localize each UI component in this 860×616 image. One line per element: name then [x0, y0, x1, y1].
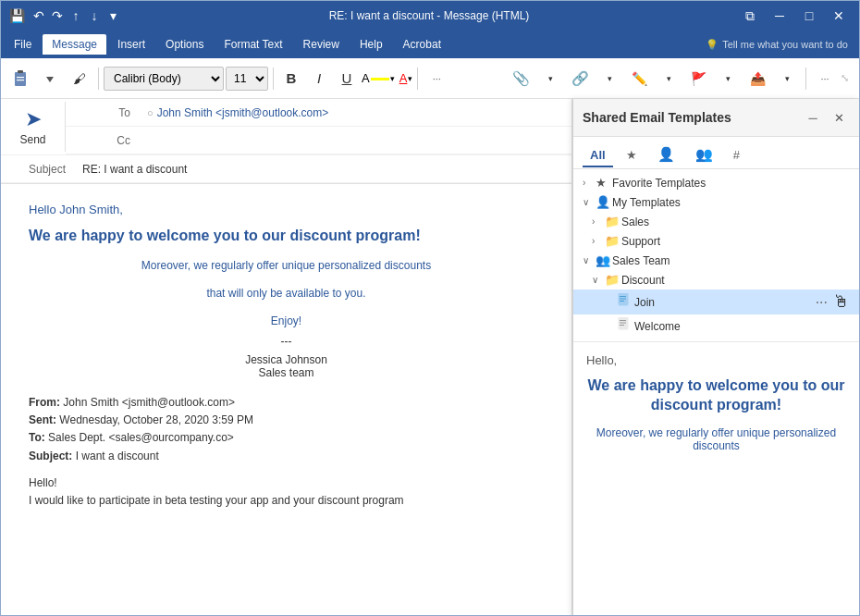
menu-acrobat[interactable]: Acrobat — [394, 34, 450, 55]
down-icon[interactable]: ↓ — [86, 7, 103, 24]
undo-icon[interactable]: ↶ — [31, 7, 47, 24]
folder-discount-icon: 📁 — [605, 273, 621, 287]
restore-button[interactable]: ⧉ — [737, 3, 763, 29]
subject-label: Subject — [1, 163, 75, 176]
quoted-to-label: To: — [29, 431, 45, 444]
menu-message[interactable]: Message — [43, 34, 106, 55]
compose-btn[interactable]: ✏️ — [625, 65, 653, 92]
lightbulb-icon: 💡 — [706, 39, 719, 51]
quoted-sent-value: Wednesday, October 28, 2020 3:59 PM — [59, 413, 253, 426]
tree-join[interactable]: Join ··· 🖱 — [573, 290, 859, 314]
chevron-discount: ∨ — [592, 275, 605, 285]
tab-personal[interactable]: 👤 — [650, 142, 682, 168]
tab-tags[interactable]: # — [726, 144, 747, 167]
font-size-select[interactable]: 11 — [226, 67, 268, 91]
highlight-color[interactable]: A ▾ — [362, 71, 395, 85]
svg-rect-0 — [15, 72, 26, 86]
menu-insert[interactable]: Insert — [108, 34, 154, 55]
tab-shared[interactable]: 👥 — [688, 142, 720, 168]
more-btn2[interactable]: ··· — [811, 65, 839, 92]
tree-sales[interactable]: › 📁 Sales — [573, 212, 859, 231]
send-dropdown-btn[interactable]: ▾ — [773, 65, 801, 92]
send-row: ➤ Send To ○ John Smith <jsmith@outlook.c… — [1, 99, 571, 155]
tree-support[interactable]: › 📁 Support — [573, 231, 859, 251]
tree-my-templates[interactable]: ∨ 👤 My Templates — [573, 192, 859, 212]
quoted-body-2: I would like to participate in beta test… — [29, 492, 544, 510]
menu-help[interactable]: Help — [350, 34, 392, 55]
sep2 — [273, 68, 274, 90]
link-dropdown-btn[interactable]: ▾ — [596, 65, 623, 92]
attach-dropdown-btn[interactable]: ▾ — [536, 65, 564, 92]
join-label: Join — [634, 296, 812, 309]
maximize-button[interactable]: □ — [796, 3, 822, 29]
svg-rect-8 — [620, 301, 624, 302]
folder-support-icon: 📁 — [605, 234, 621, 248]
italic-button[interactable]: I — [306, 66, 332, 92]
email-main: ➤ Send To ○ John Smith <jsmith@outlook.c… — [1, 99, 572, 616]
my-templates-label: My Templates — [612, 196, 850, 209]
compose-dropdown-btn[interactable]: ▾ — [655, 65, 682, 92]
save-icon[interactable]: 💾 — [8, 7, 25, 24]
redo-icon[interactable]: ↷ — [49, 7, 66, 24]
quoted-from-value: John Smith <jsmith@outlook.com> — [63, 396, 235, 409]
cc-value[interactable] — [140, 137, 571, 144]
tell-me-search[interactable]: 💡 Tell me what you want to do — [698, 39, 855, 51]
customize-icon[interactable]: ▾ — [104, 7, 121, 24]
sep1 — [98, 68, 99, 90]
font-family-select[interactable]: Calibri (Body) — [104, 67, 224, 91]
highlight-icon: A — [362, 71, 370, 85]
svg-rect-12 — [620, 325, 624, 326]
minimize-button[interactable]: ─ — [767, 3, 792, 29]
underline-button[interactable]: U — [334, 66, 360, 92]
menu-format-text[interactable]: Format Text — [215, 34, 291, 55]
svg-rect-3 — [17, 80, 24, 80]
quoted-body-1: Hello! — [29, 474, 544, 492]
menu-options[interactable]: Options — [156, 34, 213, 55]
tree-favorites[interactable]: › ★ Favorite Templates — [573, 173, 859, 192]
format-painter-btn[interactable]: 🖌 — [66, 65, 93, 92]
tree-welcome[interactable]: Welcome — [573, 314, 859, 338]
font-color[interactable]: A ▾ — [399, 71, 413, 85]
flag-dropdown-btn[interactable]: ▾ — [714, 65, 742, 92]
welcome-label: Welcome — [634, 320, 850, 333]
email-body[interactable]: Hello John Smith, We are happy to welcom… — [1, 184, 571, 616]
subject-value[interactable]: RE: I want a discount — [75, 159, 571, 179]
more-format-btn[interactable]: ··· — [423, 65, 450, 92]
tab-all[interactable]: All — [583, 144, 613, 167]
support-label: Support — [621, 235, 850, 248]
email-headline: We are happy to welcome you to our disco… — [29, 228, 544, 244]
tree-discount[interactable]: ∨ 📁 Discount — [573, 270, 859, 290]
font-color-dropdown[interactable]: ▾ — [408, 74, 412, 83]
tree-sales-team[interactable]: ∨ 👥 Sales Team — [573, 251, 859, 270]
svg-rect-6 — [620, 296, 626, 297]
font-color-icon: A — [399, 71, 408, 85]
titlebar: 💾 ↶ ↷ ↑ ↓ ▾ RE: I want a discount - Mess… — [1, 1, 859, 31]
menu-review[interactable]: Review — [294, 34, 349, 55]
panel-close-btn[interactable]: ✕ — [828, 106, 850, 129]
email-quoted: From: John Smith <jsmith@outlook.com> Se… — [29, 394, 544, 510]
highlight-dropdown[interactable]: ▾ — [390, 74, 395, 83]
svg-rect-10 — [620, 320, 626, 321]
to-value[interactable]: ○ John Smith <jsmith@outlook.com> — [140, 103, 571, 123]
clipboard-btn[interactable] — [6, 65, 34, 92]
toolbar: 🖌 Calibri (Body) 11 B I U A ▾ A ▾ ··· 📎 … — [1, 58, 859, 99]
send-button[interactable]: ➤ Send — [1, 102, 66, 152]
up-icon[interactable]: ↑ — [68, 7, 84, 24]
paste-options-btn[interactable] — [36, 65, 64, 92]
panel-minimize-btn[interactable]: ─ — [802, 106, 824, 129]
email-sig-name: Jessica Johnson — [29, 353, 544, 366]
tab-favorites[interactable]: ★ — [619, 144, 645, 167]
side-panel: Shared Email Templates ─ ✕ All ★ 👤 👥 # › — [572, 99, 859, 616]
attach-file-btn[interactable]: 📎 — [507, 65, 534, 92]
join-more-btn[interactable]: ··· — [812, 294, 831, 311]
send2-btn[interactable]: 📤 — [743, 65, 771, 92]
bold-button[interactable]: B — [278, 66, 304, 92]
sep4 — [805, 68, 806, 90]
favorites-label: Favorite Templates — [612, 177, 850, 190]
resize-handle[interactable]: ⤡ — [841, 72, 854, 85]
menu-file[interactable]: File — [5, 34, 41, 55]
link-btn[interactable]: 🔗 — [566, 65, 594, 92]
close-button[interactable]: ✕ — [826, 3, 852, 29]
to-email[interactable]: John Smith <jsmith@outlook.com> — [157, 106, 329, 119]
flag-btn[interactable]: 🚩 — [684, 65, 712, 92]
